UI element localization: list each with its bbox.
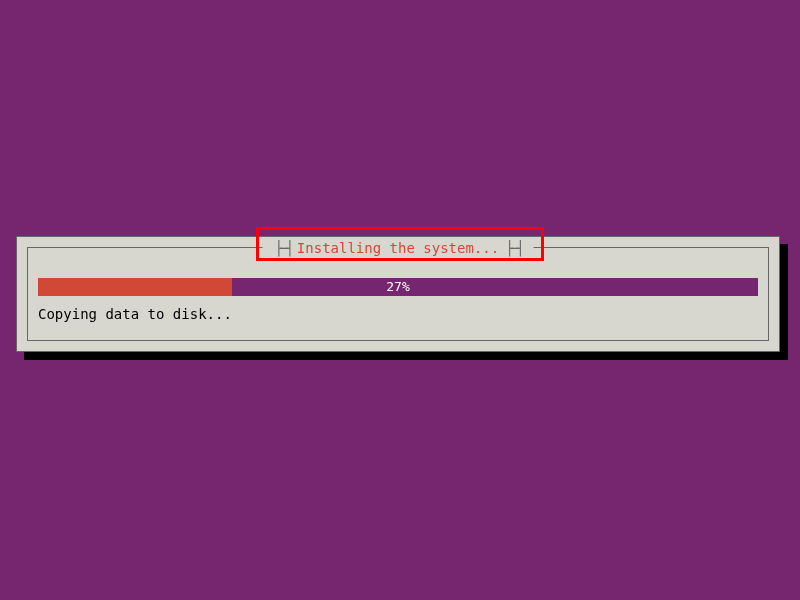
progress-container: 27% xyxy=(38,278,758,296)
dialog-border: ├─┤ Installing the system... ├─┤ 27% Cop… xyxy=(27,247,769,341)
progress-fill xyxy=(38,278,232,296)
status-text: Copying data to disk... xyxy=(38,306,232,322)
progress-percent: 27% xyxy=(386,278,409,296)
progress-bar: 27% xyxy=(38,278,758,296)
annotation-highlight-box xyxy=(256,227,544,261)
